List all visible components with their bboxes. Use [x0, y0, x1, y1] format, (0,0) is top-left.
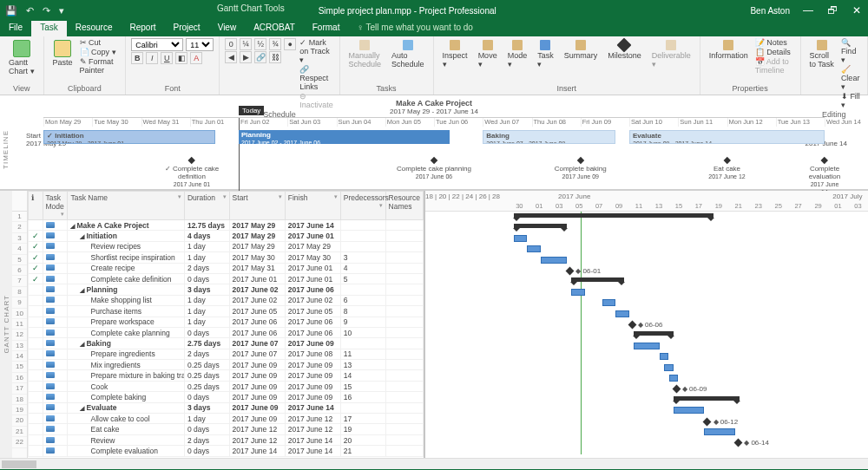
table-row[interactable]: ✓Review recipes1 day2017 May 292017 May … [29, 241, 424, 251]
deliverable-button[interactable]: Deliverable ▾ [648, 38, 694, 70]
indent-button[interactable]: ▶ [240, 51, 252, 63]
table-row[interactable]: Prepare ingredients2 days2017 June 07201… [29, 349, 424, 359]
find-button[interactable]: 🔍 Find ▾ [841, 38, 862, 64]
link-button[interactable]: 🔗 [254, 51, 266, 63]
task-table[interactable]: ℹ Task Mode▾ Task Name▾ Duration▾ Start▾… [28, 191, 424, 457]
col-mode[interactable]: Task Mode▾ [43, 192, 68, 220]
gantt-chart-button[interactable]: Gantt Chart ▾ [5, 38, 38, 77]
gantt-bar[interactable] [704, 428, 735, 435]
pct0-button[interactable]: 0 [225, 38, 237, 50]
close-button[interactable]: ✕ [851, 4, 863, 16]
gantt-bar[interactable] [541, 257, 568, 264]
table-row[interactable]: ◢Baking2.75 days2017 June 072017 June 09 [29, 338, 424, 349]
font-family-select[interactable]: Calibri [131, 38, 183, 51]
table-row[interactable]: Review2 days2017 June 122017 June 1420 [29, 434, 424, 445]
table-row[interactable]: ✓Create recipe2 days2017 May 312017 June… [29, 263, 424, 273]
timescale[interactable]: 18 | 20 | 22 | 24 | 26 | 282017 June2017… [425, 191, 868, 212]
timeline-phase[interactable]: Evaluate2017 June 09 - 2017 June 14 [629, 130, 825, 144]
pct25-button[interactable]: ¼ [240, 38, 252, 50]
copy-button[interactable]: 📄 Copy ▾ [80, 48, 121, 56]
gantt-milestone[interactable] [703, 417, 712, 426]
table-row[interactable]: Make shopping list1 day2017 June 022017 … [29, 295, 424, 305]
bgcolor-button[interactable]: ◧ [175, 52, 187, 64]
timeline-milestone[interactable]: Eat cake2017 June 12 [708, 158, 745, 180]
details-button[interactable]: 📋 Details [755, 48, 795, 56]
inspect-button[interactable]: Inspect ▾ [439, 38, 471, 70]
timeline-milestone[interactable]: Complete baking2017 June 09 [555, 158, 607, 180]
tell-me-search[interactable]: ♀ Tell me what you want to do [348, 21, 482, 36]
gantt-bar[interactable] [602, 299, 615, 306]
gantt-milestone[interactable] [628, 321, 636, 330]
gantt-summary[interactable] [674, 396, 740, 401]
format-painter-button[interactable]: ✎ Format Painter [80, 57, 121, 75]
table-row[interactable]: Cook0.25 days2017 June 092017 June 0915 [29, 381, 424, 391]
user-name[interactable]: Ben Aston [750, 6, 790, 16]
col-name[interactable]: Task Name▾ [68, 192, 184, 220]
redo-icon[interactable]: ↷ [43, 5, 50, 16]
italic-button[interactable]: I [146, 52, 158, 64]
timeline-milestone[interactable]: Complete cake planning2017 June 06 [397, 158, 471, 180]
table-row[interactable]: ◢Planning3 days2017 June 022017 June 06 [29, 284, 424, 295]
clear-button[interactable]: 🧹 Clear ▾ [841, 65, 862, 91]
col-start[interactable]: Start▾ [229, 192, 285, 220]
notes-button[interactable]: 📝 Notes [755, 38, 795, 47]
fontcolor-button[interactable]: A [190, 52, 202, 64]
timeline-axis[interactable]: Start2017 May 29 Finish2017 June 14 Mon … [43, 117, 825, 195]
gantt-milestone[interactable] [672, 385, 681, 394]
tab-resource[interactable]: Resource [67, 21, 122, 36]
timeline-phase[interactable]: Baking2017 June 07 - 2017 June 09 [483, 130, 615, 144]
table-row[interactable]: Complete evaluation0 days2017 June 14201… [29, 446, 424, 456]
pct100-button[interactable]: ● [284, 38, 296, 50]
timeline-milestone[interactable]: ✓ Complete cakedefinition2017 June 01 [165, 158, 220, 188]
tab-acrobat[interactable]: ACROBAT [245, 21, 304, 36]
table-row[interactable]: Eat cake0 days2017 June 122017 June 1219 [29, 424, 424, 434]
col-res[interactable]: Resource Names [385, 192, 423, 220]
gantt-bar[interactable] [664, 364, 673, 371]
hscrollbar-left[interactable] [0, 458, 868, 469]
undo-icon[interactable]: ↶ [26, 5, 34, 16]
auto-schedule-button[interactable]: Auto Schedule [388, 38, 428, 70]
font-size-select[interactable]: 11 [186, 38, 214, 51]
tab-report[interactable]: Report [122, 21, 165, 36]
gantt-milestone[interactable] [734, 439, 743, 447]
outdent-button[interactable]: ◀ [225, 51, 237, 63]
gantt-bar[interactable] [615, 310, 628, 317]
pct50-button[interactable]: ½ [254, 38, 266, 50]
timeline-phase[interactable]: Planning2017 June 02 - 2017 June 06 [239, 130, 450, 144]
tab-format[interactable]: Format [304, 21, 349, 36]
col-info[interactable]: ℹ [29, 192, 43, 220]
pct75-button[interactable]: ¾ [269, 38, 281, 50]
unlink-button[interactable]: ⛓ [269, 51, 281, 63]
gantt-summary[interactable] [634, 331, 674, 336]
gantt-bar[interactable] [514, 235, 527, 242]
restore-button[interactable]: 🗗 [826, 4, 838, 16]
respect-links-button[interactable]: 🔗 Respect Links [299, 65, 333, 91]
gantt-summary[interactable] [571, 277, 624, 282]
scroll-to-task-button[interactable]: Scroll to Task [806, 38, 838, 70]
gantt-bar[interactable] [571, 289, 584, 296]
col-duration[interactable]: Duration▾ [184, 192, 229, 220]
gantt-bar[interactable] [660, 353, 668, 360]
milestone-button[interactable]: Milestone [604, 38, 645, 62]
save-icon[interactable]: 💾 [5, 5, 17, 16]
paste-button[interactable]: Paste [49, 38, 76, 69]
gantt-bar[interactable] [527, 245, 540, 252]
gantt-bar[interactable] [669, 375, 678, 382]
cut-button[interactable]: ✂ Cut [80, 38, 121, 47]
minimize-button[interactable]: — [802, 4, 814, 16]
table-row[interactable]: ✓Shortlist recipe inspiration1 day2017 M… [29, 252, 424, 263]
table-row[interactable]: ✓◢Initiation4 days2017 May 292017 June 0… [29, 231, 424, 241]
gantt-milestone[interactable] [566, 267, 575, 276]
table-row[interactable]: ◢Make A Cake Project12.75 days2017 May 2… [29, 220, 424, 231]
markontrack-button[interactable]: ✓ Mark on Track ▾ [299, 38, 333, 64]
tab-file[interactable]: File [0, 21, 31, 36]
summary-button[interactable]: Summary [561, 38, 602, 62]
bold-button[interactable]: B [131, 52, 143, 64]
task-button[interactable]: Task ▾ [534, 38, 557, 70]
table-row[interactable]: Mix ingredients0.25 days2017 June 092017… [29, 360, 424, 370]
table-row[interactable]: Allow cake to cool1 day2017 June 092017 … [29, 414, 424, 424]
gantt-summary[interactable] [514, 213, 713, 218]
gantt-chart[interactable]: 18 | 20 | 22 | 24 | 26 | 282017 June2017… [425, 191, 868, 458]
tab-view[interactable]: View [209, 21, 246, 36]
col-pred[interactable]: Predecessors▾ [340, 192, 385, 220]
